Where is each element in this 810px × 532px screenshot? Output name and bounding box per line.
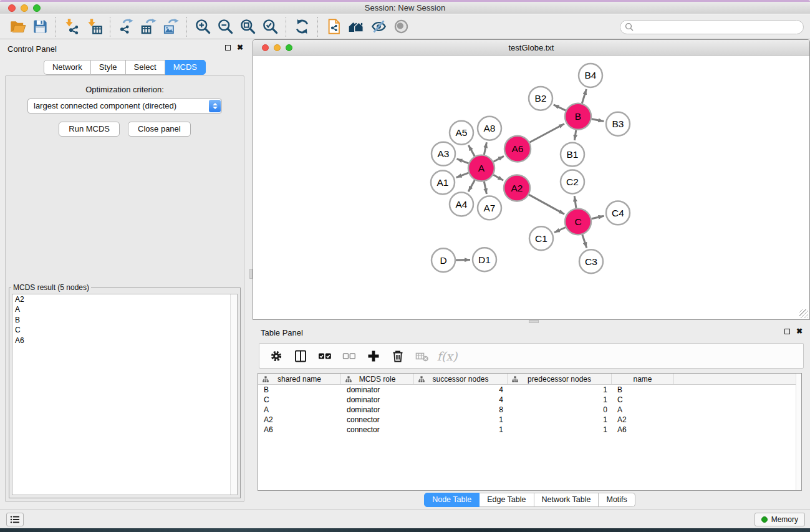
- graph-node-A6[interactable]: A6: [504, 136, 531, 162]
- graph-node-B[interactable]: B: [565, 104, 591, 130]
- graph-node-B4[interactable]: B4: [579, 64, 602, 87]
- graphics-details-button[interactable]: [367, 16, 390, 37]
- search-input[interactable]: [620, 20, 804, 34]
- close-panel-button[interactable]: Close panel: [128, 122, 191, 137]
- graph-node-A4[interactable]: A4: [450, 192, 473, 216]
- column-header-predecessor-nodes[interactable]: predecessor nodes: [508, 374, 612, 384]
- graph-edge-A-A3[interactable]: [457, 159, 469, 163]
- float-panel-icon[interactable]: [225, 45, 231, 51]
- float-panel-icon[interactable]: [784, 329, 790, 334]
- graph-node-B2[interactable]: B2: [529, 87, 552, 110]
- close-panel-icon[interactable]: ✖: [796, 328, 803, 334]
- export-table-button[interactable]: [137, 16, 160, 37]
- mcds-result-item[interactable]: B: [12, 315, 237, 325]
- table-settings-button[interactable]: [267, 347, 286, 365]
- select-all-columns-button[interactable]: [316, 347, 334, 365]
- table-row[interactable]: A2connector11A2: [258, 415, 801, 425]
- home-button[interactable]: [345, 16, 367, 37]
- table-row[interactable]: Adominator80A: [258, 405, 801, 415]
- tab-network[interactable]: Network: [44, 60, 91, 75]
- import-network-button[interactable]: [60, 16, 83, 37]
- deselect-all-columns-button[interactable]: [340, 347, 359, 365]
- mcds-list-scrollbar[interactable]: [230, 294, 237, 495]
- close-panel-icon[interactable]: ✖: [237, 44, 243, 51]
- graph-node-A3[interactable]: A3: [432, 142, 455, 166]
- graph-node-A8[interactable]: A8: [478, 117, 501, 140]
- table-row[interactable]: A6connector11A6: [258, 425, 801, 435]
- graph-node-C[interactable]: C: [565, 208, 591, 235]
- save-session-button[interactable]: [29, 16, 51, 37]
- splitter-handle[interactable]: [529, 320, 539, 323]
- graph-edge-C-C4[interactable]: [591, 216, 604, 218]
- export-network-button[interactable]: [115, 16, 137, 37]
- zoom-selected-button[interactable]: [259, 16, 281, 37]
- tab-select[interactable]: Select: [126, 60, 165, 75]
- graph-edge-A-A8[interactable]: [484, 142, 486, 155]
- column-header-name[interactable]: name: [612, 374, 674, 384]
- column-header-successor-nodes[interactable]: successor nodes: [414, 374, 508, 384]
- graph-edge-A-A6[interactable]: [493, 156, 504, 162]
- delete-table-button[interactable]: [413, 347, 432, 365]
- graph-edge-A-A5[interactable]: [468, 145, 475, 157]
- add-column-button[interactable]: [364, 347, 383, 365]
- graph-edge-B-B4[interactable]: [582, 89, 586, 104]
- export-image-button[interactable]: [160, 16, 182, 37]
- tab-mcds[interactable]: MCDS: [165, 60, 206, 75]
- network-canvas[interactable]: AA1A2A3A4A5A6A7A8BB1B2B3B4CC1C2C3C4DD1: [254, 56, 809, 319]
- apply-layout-button[interactable]: [291, 16, 313, 37]
- memory-button[interactable]: Memory: [755, 513, 805, 526]
- graph-edge-B-B3[interactable]: [592, 119, 604, 122]
- mcds-result-item[interactable]: C: [12, 325, 237, 335]
- graph-edge-A2-C[interactable]: [529, 195, 564, 214]
- graph-edge-A-A2[interactable]: [493, 175, 503, 180]
- import-table-button[interactable]: [83, 16, 105, 37]
- zoom-in-button[interactable]: [191, 16, 214, 37]
- new-network-from-selection-button[interactable]: [322, 16, 345, 37]
- graph-node-D[interactable]: D: [432, 248, 455, 272]
- apply-function-button[interactable]: f(x): [437, 347, 456, 365]
- graph-node-A1[interactable]: A1: [431, 171, 455, 195]
- graph-edge-C-C3[interactable]: [582, 235, 587, 248]
- graph-node-B3[interactable]: B3: [606, 112, 630, 136]
- zoom-fit-button[interactable]: [236, 16, 259, 37]
- run-mcds-button[interactable]: Run MCDS: [59, 122, 120, 137]
- network-window-titlebar[interactable]: testGlobe.txt: [253, 40, 809, 56]
- column-header-MCDS-role[interactable]: MCDS role: [341, 374, 414, 384]
- zoom-out-button[interactable]: [214, 16, 236, 37]
- graph-node-A2[interactable]: A2: [504, 175, 530, 201]
- graph-node-A5[interactable]: A5: [450, 121, 473, 145]
- tab-network-table[interactable]: Network Table: [534, 493, 599, 507]
- delete-columns-button[interactable]: [388, 347, 407, 365]
- graph-node-C2[interactable]: C2: [561, 170, 584, 194]
- table-row[interactable]: Bdominator41B: [258, 385, 801, 395]
- graph-node-D1[interactable]: D1: [473, 248, 496, 271]
- column-header-shared-name[interactable]: shared name: [258, 374, 341, 384]
- tab-motifs[interactable]: Motifs: [599, 493, 635, 507]
- graph-edge-A-A1[interactable]: [456, 173, 469, 177]
- graph-edge-C-C2[interactable]: [574, 196, 576, 208]
- graph-edge-A-A7[interactable]: [484, 181, 486, 194]
- graph-edge-C-C1[interactable]: [554, 228, 566, 233]
- tab-edge-table[interactable]: Edge Table: [480, 493, 534, 507]
- graph-node-B1[interactable]: B1: [561, 143, 584, 167]
- graph-edge-A6-B[interactable]: [529, 124, 564, 143]
- network-graph[interactable]: AA1A2A3A4A5A6A7A8BB1B2B3B4CC1C2C3C4DD1: [254, 56, 809, 319]
- tab-node-table[interactable]: Node Table: [424, 493, 480, 507]
- birds-eye-view-button[interactable]: [390, 16, 412, 37]
- mcds-result-item[interactable]: A6: [12, 336, 237, 346]
- mcds-result-item[interactable]: A2: [12, 294, 237, 304]
- graph-node-A7[interactable]: A7: [478, 196, 501, 220]
- open-session-button[interactable]: [6, 16, 29, 37]
- criterion-dropdown[interactable]: largest connected component (directed): [27, 99, 222, 114]
- graph-node-C1[interactable]: C1: [529, 226, 553, 250]
- graph-node-C3[interactable]: C3: [579, 249, 603, 273]
- graph-edge-B-B2[interactable]: [554, 105, 566, 110]
- table-scrollbar[interactable]: [796, 374, 801, 490]
- graph-node-C4[interactable]: C4: [606, 201, 630, 225]
- panel-layout-button[interactable]: [291, 347, 310, 365]
- graph-node-A[interactable]: A: [468, 155, 494, 181]
- tab-style[interactable]: Style: [91, 60, 126, 75]
- window-resize-grip[interactable]: [799, 309, 808, 318]
- table-row[interactable]: Cdominator41C: [258, 395, 801, 405]
- task-history-button[interactable]: [6, 513, 24, 526]
